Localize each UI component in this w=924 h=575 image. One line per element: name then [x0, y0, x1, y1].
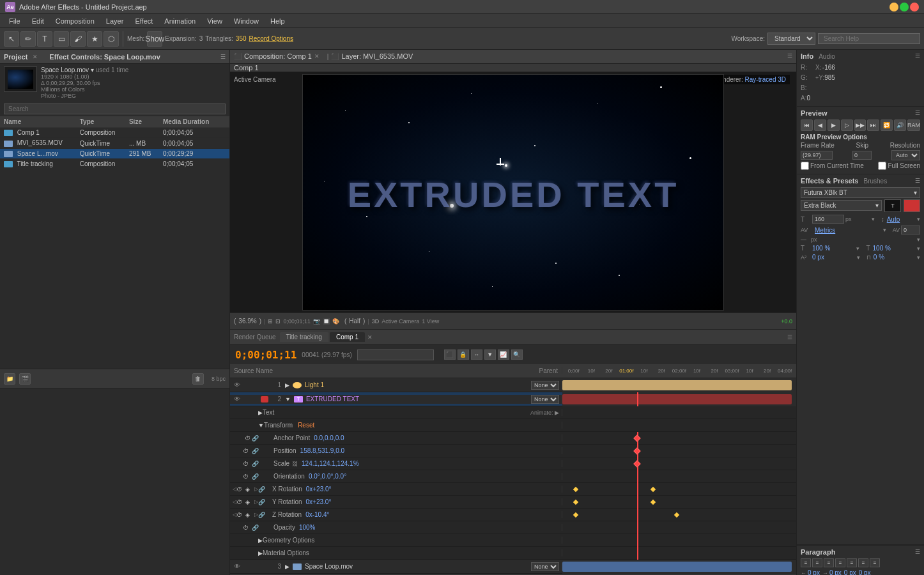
layer-1-expand[interactable]: ▶	[285, 382, 289, 388]
prop-anchor-value[interactable]: 0.0,0.0,0.0	[314, 434, 344, 441]
layer-2-mode[interactable]: None	[531, 395, 559, 404]
frame-rate-input[interactable]	[801, 151, 833, 160]
skip-input[interactable]	[852, 151, 872, 160]
motion-btn[interactable]: ↔	[471, 349, 482, 360]
paragraph-menu[interactable]: ☰	[915, 549, 920, 555]
solo-btn[interactable]: ⬛	[444, 349, 456, 360]
project-table-row[interactable]: Title tracking Composition 0;00;04;05	[0, 159, 229, 169]
ram-preview-btn[interactable]: RAM	[907, 119, 920, 131]
comp1-timeline-tab[interactable]: Comp 1	[330, 332, 365, 342]
preview-menu[interactable]: ☰	[915, 110, 920, 116]
flow-btn[interactable]: ▼	[484, 349, 496, 360]
yrot-link[interactable]: 🔗	[258, 499, 267, 505]
xrot-link[interactable]: 🔗	[258, 486, 267, 493]
menu-file[interactable]: File	[4, 16, 26, 26]
graph-btn[interactable]: 📈	[498, 349, 509, 360]
prop-transform-reset[interactable]: Reset	[298, 422, 314, 429]
zrot-stopwatch[interactable]: ⏱	[236, 512, 245, 518]
info-menu[interactable]: ☰	[915, 53, 920, 59]
title-tracking-tab[interactable]: Title tracking	[280, 332, 328, 342]
prop-orient-link[interactable]: 🔗	[252, 473, 261, 480]
comp1-close[interactable]: ✕	[367, 334, 373, 341]
snap-toggle[interactable]: 🔲	[323, 318, 330, 325]
justify-left-btn[interactable]: ≡	[835, 558, 845, 567]
yrot-kf-add[interactable]: ◈	[245, 499, 254, 505]
select-tool[interactable]: ↖	[4, 31, 19, 47]
kerning-input[interactable]	[901, 226, 920, 234]
search-layer-btn[interactable]: 🔍	[511, 349, 523, 360]
menu-edit[interactable]: Edit	[27, 16, 49, 26]
new-comp-btn[interactable]: 🎬	[19, 373, 31, 385]
minimize-button[interactable]	[889, 3, 898, 12]
play-audio-btn[interactable]: ▷	[841, 119, 853, 131]
menu-view[interactable]: View	[202, 16, 227, 26]
layer-1-eye[interactable]: 👁	[233, 381, 242, 390]
maximize-button[interactable]	[900, 3, 909, 12]
xrot-stopwatch[interactable]: ⏱	[236, 486, 245, 493]
panel-menu-icon[interactable]: ☰	[220, 54, 226, 60]
animate-btn[interactable]: Animate: ▶	[530, 410, 559, 416]
font-name-select[interactable]: Futura XBlk BT ▾	[801, 187, 920, 198]
prop-geometry-expand[interactable]: ▶	[258, 537, 263, 544]
menu-composition[interactable]: Composition	[50, 16, 100, 26]
layer-2-eye[interactable]: 👁	[233, 395, 242, 404]
project-table-row[interactable]: Space L...mov QuickTime 291 MB 0;00;29;2…	[0, 148, 229, 158]
menu-layer[interactable]: Layer	[101, 16, 129, 26]
comp1-tab[interactable]: Comp 1	[234, 64, 259, 72]
3d-toggle[interactable]: 3D	[372, 318, 380, 325]
from-current-checkbox[interactable]	[801, 162, 809, 170]
camera-icon[interactable]: 📷	[313, 318, 320, 325]
comp-close-icon[interactable]: ✕	[314, 53, 320, 59]
timeline-search[interactable]	[357, 349, 434, 360]
close-button[interactable]	[910, 3, 919, 12]
next-frame-btn[interactable]: ▶▶	[854, 119, 866, 131]
render-queue-tab[interactable]: Render Queue	[234, 334, 276, 341]
puppet-tool[interactable]: ★	[87, 31, 102, 47]
record-options-btn[interactable]: Record Options	[249, 35, 293, 42]
xrot-kf-add[interactable]: ◈	[245, 486, 254, 493]
tracking-value[interactable]: Metrics	[815, 227, 835, 234]
channels-btn[interactable]: 🎨	[332, 318, 339, 325]
prop-scale-link-icon[interactable]: ⛓	[292, 461, 298, 467]
justify-all-btn[interactable]: ≡	[870, 558, 880, 567]
yrot-stopwatch[interactable]: ⏱	[236, 499, 245, 505]
prop-scale-value[interactable]: 124.1,124.1,124.1%	[302, 460, 359, 467]
project-table-row[interactable]: Comp 1 Composition 0;00;04;05	[0, 128, 229, 138]
justify-center-btn[interactable]: ≡	[847, 558, 857, 567]
zrot-kf-add[interactable]: ◈	[245, 512, 254, 518]
layer-3-expand[interactable]: ▶	[285, 564, 289, 570]
last-frame-btn[interactable]: ⏭	[867, 119, 879, 131]
layer-1-mode[interactable]: None	[531, 381, 559, 390]
workspace-select[interactable]: Standard	[767, 33, 815, 45]
delete-btn[interactable]: 🗑	[192, 373, 204, 385]
menu-effect[interactable]: Effect	[130, 16, 158, 26]
effects-menu[interactable]: ☰	[915, 178, 920, 184]
pen-tool[interactable]: ✏	[20, 31, 36, 47]
font-weight-select[interactable]: Extra Black ▾	[801, 200, 882, 211]
first-frame-btn[interactable]: ⏮	[801, 119, 813, 131]
fit-icon[interactable]: ⊞	[268, 318, 273, 325]
prop-transform-expand[interactable]: ▼	[258, 422, 264, 429]
loop-btn[interactable]: 🔁	[881, 119, 893, 131]
zrot-link[interactable]: 🔗	[258, 512, 267, 518]
color-swatch[interactable]	[904, 199, 920, 212]
layer-3-eye[interactable]: 👁	[233, 562, 242, 571]
justify-right-btn[interactable]: ≡	[858, 558, 868, 567]
prop-xrot-value[interactable]: 0x+23.0°	[306, 486, 332, 493]
timeline-menu[interactable]: ☰	[787, 334, 792, 341]
project-table-row[interactable]: MVI_6535.MOV QuickTime ... MB 0;00;04;05	[0, 138, 229, 148]
resolution-select[interactable]: Auto	[891, 150, 920, 160]
font-size-input[interactable]	[812, 215, 844, 224]
full-screen-checkbox[interactable]	[878, 162, 886, 170]
new-folder-btn[interactable]: 📁	[4, 373, 15, 385]
prop-orient-stopwatch[interactable]: ⏱	[243, 473, 252, 480]
align-right-btn[interactable]: ≡	[824, 558, 834, 567]
menu-help[interactable]: Help	[265, 16, 290, 26]
prop-yrot-value[interactable]: 0x+23.0°	[306, 498, 332, 505]
prev-frame-btn[interactable]: ◀	[814, 119, 826, 131]
camera-tool[interactable]: ⬡	[104, 31, 119, 47]
align-left-btn[interactable]: ≡	[801, 558, 811, 567]
prop-opacity-stopwatch[interactable]: ⏱	[243, 525, 252, 531]
layer-3-mode[interactable]: None	[531, 562, 559, 571]
project-search[interactable]	[4, 103, 226, 114]
